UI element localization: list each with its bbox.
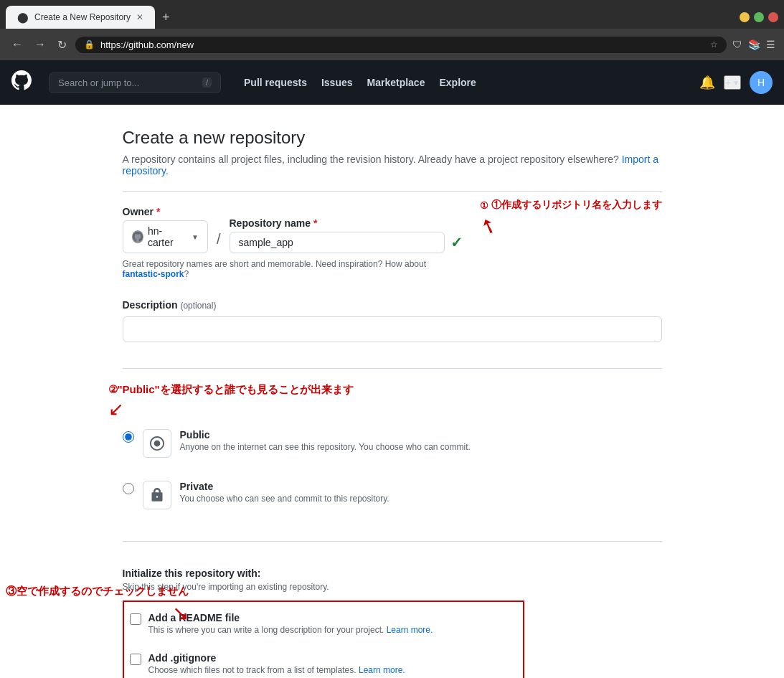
browser-tabs: ⬤ Create a New Repository ✕ + － □ ✕	[0, 0, 784, 29]
menu-icon[interactable]: ☰	[766, 39, 775, 50]
private-label: Private	[180, 481, 389, 492]
maximize-button[interactable]: □	[754, 12, 764, 22]
bookmarks-icon[interactable]: 📚	[748, 39, 760, 50]
notification-bell[interactable]: 🔔	[699, 75, 715, 90]
main-page: Create a new repository A repository con…	[0, 105, 784, 678]
gitignore-option: Add .gitignore Choose which files not to…	[130, 648, 517, 678]
readme-desc: This is where you can write a long descr…	[148, 625, 433, 635]
owner-group: Owner * hn-carter ▼	[123, 206, 208, 253]
gitignore-text: Add .gitignore Choose which files not to…	[148, 652, 405, 675]
nav-issues[interactable]: Issues	[316, 72, 359, 93]
repo-name-group: Repository name * ✓	[230, 217, 463, 253]
public-radio[interactable]	[123, 431, 134, 443]
owner-dropdown-arrow: ▼	[192, 233, 199, 241]
owner-required: *	[156, 206, 160, 217]
tab-close-button[interactable]: ✕	[136, 12, 143, 22]
owner-repo-row: Owner * hn-carter ▼ /	[123, 206, 463, 253]
readme-learn-more[interactable]: Learn more.	[387, 625, 433, 635]
public-option[interactable]: Public Anyone on the internet can see th…	[123, 423, 662, 463]
page-title: Create a new repository	[123, 128, 662, 148]
optional-label: (optional)	[180, 301, 216, 311]
security-icon: 🔒	[84, 39, 95, 50]
public-label: Public	[180, 429, 471, 441]
search-placeholder: Search or jump to...	[58, 77, 139, 88]
gitignore-desc: Choose which files not to track from a l…	[148, 665, 405, 675]
description-input[interactable]	[123, 316, 662, 342]
github-navbar: Search or jump to... / Pull requests Iss…	[0, 60, 784, 105]
private-desc: You choose who can see and commit to thi…	[180, 494, 389, 504]
tab-favicon: ⬤	[17, 11, 29, 23]
main-content: Create a new repository A repository con…	[0, 105, 784, 678]
plus-icon: +	[725, 77, 731, 88]
gitignore-checkbox[interactable]	[130, 654, 141, 665]
search-shortcut: /	[202, 77, 212, 88]
suggestion-link[interactable]: fantastic-spork	[123, 269, 184, 279]
nav-marketplace[interactable]: Marketplace	[362, 72, 431, 93]
new-tab-button[interactable]: +	[155, 7, 177, 28]
address-bar[interactable]: 🔒 https://github.com/new ☆	[75, 37, 727, 53]
dropdown-chevron: ▼	[732, 79, 740, 87]
slash-divider: /	[217, 231, 221, 248]
active-tab[interactable]: ⬤ Create a New Repository ✕	[6, 6, 155, 29]
minimize-button[interactable]: －	[740, 12, 750, 22]
validation-check-icon: ✓	[450, 234, 463, 251]
gitignore-learn-more[interactable]: Learn more.	[359, 665, 405, 675]
readme-text: Add a README file This is where you can …	[148, 612, 433, 635]
owner-label: Owner *	[123, 206, 208, 217]
annotation-2-text: ②"Public"を選択すると誰でも見ることが出来ます	[108, 383, 354, 397]
forward-button[interactable]: →	[32, 35, 49, 54]
private-radio[interactable]	[123, 483, 134, 494]
nav-pull-requests[interactable]: Pull requests	[238, 72, 313, 93]
back-button[interactable]: ←	[9, 35, 26, 54]
nav-explore[interactable]: Explore	[433, 72, 481, 93]
readme-label: Add a README file	[148, 612, 433, 623]
annotation-3-text: ③空で作成するのでチェックしません	[6, 585, 189, 598]
bookmark-icon: ☆	[710, 39, 718, 50]
public-desc: Anyone on the internet can see this repo…	[180, 442, 471, 452]
annotation-3-container: ③空で作成するのでチェックしません ↘	[6, 585, 189, 625]
public-icon	[143, 429, 171, 458]
user-avatar[interactable]: H	[750, 71, 773, 94]
owner-select[interactable]: hn-carter ▼	[123, 220, 208, 253]
divider-2	[123, 368, 662, 369]
annotation-1-text: ①作成するリポジトリ名を入力します	[491, 199, 662, 212]
nav-links: Pull requests Issues Marketplace Explore	[238, 72, 482, 93]
browser-address-bar-row: ← → ↻ 🔒 https://github.com/new ☆ 🛡 📚 ☰	[0, 29, 784, 60]
gitignore-label: Add .gitignore	[148, 652, 405, 664]
window-controls: － □ ✕	[740, 12, 778, 22]
shield-icon[interactable]: 🛡	[732, 39, 742, 50]
browser-chrome: ⬤ Create a New Repository ✕ + － □ ✕ ← → …	[0, 0, 784, 60]
repo-name-hint: Great repository names are short and mem…	[123, 259, 463, 279]
init-title: Initialize this repository with:	[123, 568, 524, 579]
close-window-button[interactable]: ✕	[768, 12, 778, 22]
search-bar[interactable]: Search or jump to... /	[49, 72, 221, 93]
private-visibility-text: Private You choose who can see and commi…	[180, 481, 389, 504]
navbar-actions: 🔔 + ▼ H	[699, 71, 773, 94]
refresh-button[interactable]: ↻	[55, 35, 70, 55]
private-option[interactable]: Private You choose who can see and commi…	[123, 475, 662, 515]
description-group: Description (optional)	[123, 299, 662, 354]
divider-3	[123, 541, 662, 542]
page-description: A repository contains all project files,…	[123, 154, 662, 176]
tab-title: Create a New Repository	[34, 12, 131, 22]
owner-name: hn-carter	[148, 225, 184, 248]
repo-name-label: Repository name *	[230, 217, 463, 229]
public-visibility-text: Public Anyone on the internet can see th…	[180, 429, 471, 452]
owner-avatar-icon	[132, 230, 143, 243]
github-logo[interactable]	[11, 70, 32, 95]
description-label: Description (optional)	[123, 299, 662, 311]
private-icon	[143, 481, 171, 509]
divider	[123, 191, 662, 192]
repo-required: *	[313, 217, 317, 229]
content-container: Create a new repository A repository con…	[105, 128, 679, 678]
browser-action-buttons: 🛡 📚 ☰	[732, 39, 775, 50]
url-text: https://github.com/new	[100, 39, 704, 50]
repo-name-input[interactable]	[230, 232, 445, 253]
new-item-button[interactable]: + ▼	[724, 75, 741, 90]
